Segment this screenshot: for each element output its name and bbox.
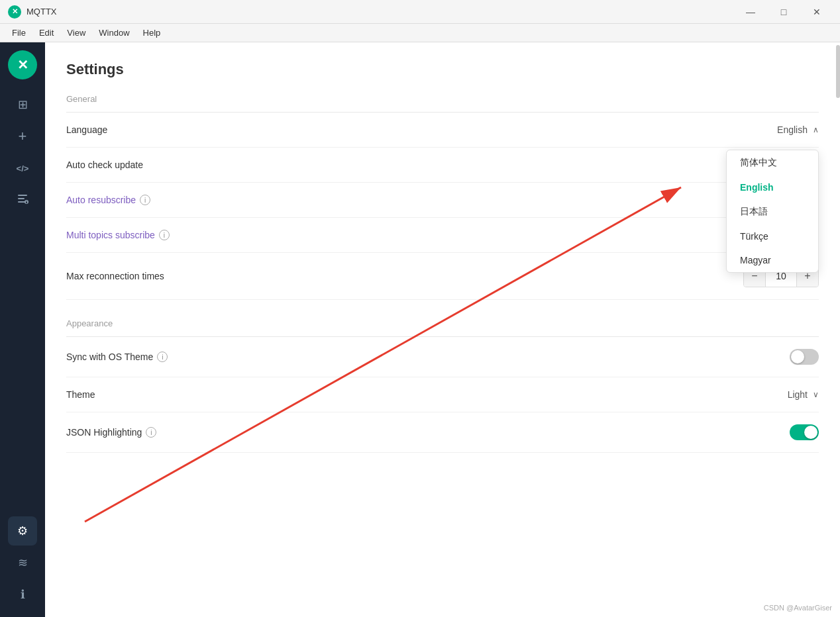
multi-topics-label: Multi topics subscribe i: [66, 230, 170, 240]
auto-check-update-row: Auto check update: [66, 148, 819, 183]
window-controls: — □ ✕: [735, 0, 832, 24]
app-logo: ✕: [8, 5, 21, 19]
sidebar-item-notifications[interactable]: ≋: [8, 548, 37, 577]
lang-option-ja[interactable]: 日本語: [727, 199, 818, 224]
json-highlighting-info-icon[interactable]: i: [146, 427, 156, 438]
title-bar: ✕ MQTTX — □ ✕: [0, 0, 840, 24]
multi-topics-info-icon[interactable]: i: [159, 230, 170, 240]
language-dropdown: 简体中文 English 日本語 Türkçe Magyar: [726, 150, 819, 273]
close-button[interactable]: ✕: [802, 0, 832, 24]
lang-option-tr[interactable]: Türkçe: [727, 224, 818, 248]
svg-rect-1: [18, 198, 25, 199]
menu-view[interactable]: View: [60, 25, 92, 40]
footer-credit: CSDN @AvatarGiser: [764, 604, 832, 612]
multi-topics-subscribe-row: Multi topics subscribe i: [66, 218, 819, 253]
json-highlighting-label: JSON Highlighting i: [66, 427, 156, 438]
sync-os-theme-label: Sync with OS Theme i: [66, 352, 168, 362]
lang-option-hu[interactable]: Magyar: [727, 248, 818, 272]
menu-help[interactable]: Help: [136, 25, 168, 40]
sidebar-item-settings[interactable]: ⚙: [8, 516, 37, 546]
sidebar-item-connections[interactable]: ⊞: [8, 90, 37, 119]
svg-rect-4: [26, 201, 27, 201]
sync-os-theme-toggle[interactable]: [790, 349, 819, 365]
sidebar-item-about[interactable]: ℹ: [8, 580, 37, 609]
notifications-icon: ≋: [18, 555, 28, 570]
theme-row: Theme Light ∨: [66, 377, 819, 412]
app-title: MQTTX: [26, 7, 57, 17]
minimize-button[interactable]: —: [735, 0, 766, 24]
menu-window[interactable]: Window: [92, 25, 136, 40]
language-selector[interactable]: English ∧: [777, 124, 819, 135]
auto-resubscribe-info-icon[interactable]: i: [140, 195, 150, 205]
settings-page: Settings General Language English ∧ 简体中文…: [45, 42, 840, 471]
language-value: English: [777, 124, 808, 135]
svg-rect-5: [26, 202, 27, 203]
json-highlighting-row: JSON Highlighting i: [66, 412, 819, 453]
appearance-section-label: Appearance: [66, 318, 819, 328]
menu-file[interactable]: File: [5, 25, 32, 40]
logo-icon: ✕: [12, 7, 18, 16]
scrollbar-track[interactable]: [836, 42, 840, 617]
theme-value: Light: [788, 389, 808, 400]
chevron-up-icon: ∧: [813, 125, 819, 134]
max-reconnection-label: Max reconnection times: [66, 271, 164, 281]
sidebar: ✕ ⊞ + </> ⚙: [0, 42, 45, 617]
log-icon: [16, 192, 29, 209]
json-highlighting-toggle[interactable]: [790, 424, 819, 440]
sidebar-item-new[interactable]: +: [8, 122, 37, 151]
theme-label: Theme: [66, 389, 95, 400]
auto-resubscribe-label: Auto resubscribe i: [66, 195, 150, 205]
general-section-label: General: [66, 94, 819, 104]
json-highlighting-toggle-knob: [804, 426, 817, 439]
sync-os-theme-toggle-knob: [791, 350, 804, 363]
auto-check-update-label: Auto check update: [66, 160, 143, 170]
language-label: Language: [66, 124, 107, 135]
app-body: ✕ ⊞ + </> ⚙: [0, 42, 840, 617]
auto-resubscribe-row: Auto resubscribe i: [66, 183, 819, 218]
lang-option-en[interactable]: English: [727, 175, 818, 199]
connections-icon: ⊞: [18, 97, 28, 112]
add-icon: +: [19, 128, 27, 145]
sidebar-logo[interactable]: ✕: [8, 50, 37, 79]
maximize-button[interactable]: □: [768, 0, 799, 24]
sync-os-theme-row: Sync with OS Theme i: [66, 337, 819, 377]
sidebar-item-log[interactable]: [8, 185, 37, 214]
settings-icon: ⚙: [17, 524, 28, 538]
menu-edit[interactable]: Edit: [32, 25, 60, 40]
max-reconnection-row: Max reconnection times − 10 +: [66, 253, 819, 300]
sync-os-theme-info-icon[interactable]: i: [157, 352, 168, 362]
svg-rect-0: [18, 195, 27, 196]
sidebar-logo-icon: ✕: [17, 57, 28, 73]
about-icon: ℹ: [21, 587, 25, 602]
language-row: Language English ∧ 简体中文 English 日本語 Türk…: [66, 113, 819, 148]
lang-option-zhcn[interactable]: 简体中文: [727, 150, 818, 175]
chevron-down-icon: ∨: [813, 390, 819, 399]
scrollbar-thumb[interactable]: [836, 45, 840, 98]
title-bar-left: ✕ MQTTX: [8, 5, 57, 19]
page-title: Settings: [66, 61, 819, 78]
script-icon: </>: [17, 164, 29, 173]
theme-selector[interactable]: Light ∨: [788, 389, 819, 400]
sidebar-item-script[interactable]: </>: [8, 154, 37, 183]
main-content: Settings General Language English ∧ 简体中文…: [45, 42, 840, 617]
menu-bar: File Edit View Window Help: [0, 24, 840, 42]
